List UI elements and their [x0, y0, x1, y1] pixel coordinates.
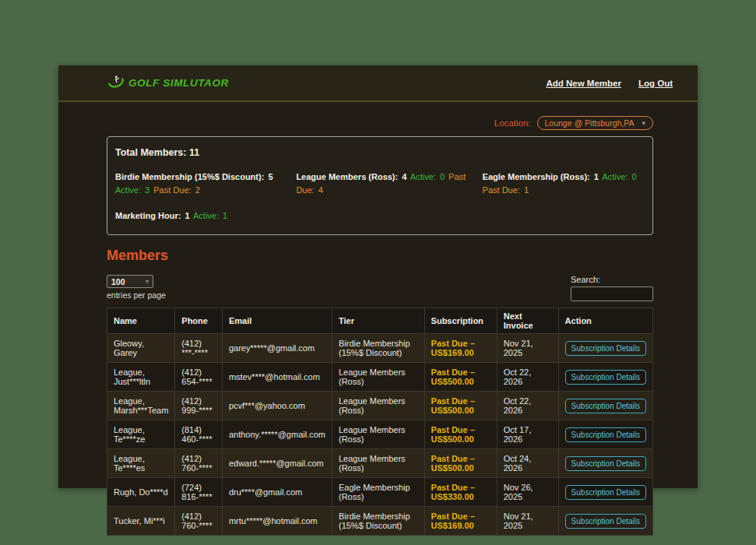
- column-header-name: Name: [107, 308, 175, 334]
- log-out-link[interactable]: Log Out: [638, 79, 673, 88]
- member-email: garey*****@gmail.com: [222, 334, 332, 363]
- total-members-label: Total Members:: [115, 147, 186, 158]
- member-next-invoice: Oct 22, 2026: [497, 392, 558, 420]
- member-subscription: Past Due – US$169.00: [424, 334, 497, 363]
- member-name: Gleowy, Garey: [107, 334, 175, 363]
- subscription-details-button[interactable]: Subscription Details: [565, 427, 646, 442]
- header-nav: Add New Member Log Out: [546, 79, 673, 88]
- entries-per-page: 100 ▾ entries per page: [107, 275, 166, 300]
- location-select-value: Lounge @ Pittsburgh,PA: [545, 118, 635, 128]
- table-row: League, Te****ze (814) 460-**** anthony.…: [107, 420, 653, 449]
- member-next-invoice: Nov 26, 2025: [497, 478, 558, 507]
- search-label: Search:: [571, 275, 600, 284]
- logo: GOLF SIMLUTAOR: [107, 73, 229, 93]
- column-header-phone: Phone: [175, 308, 223, 334]
- member-name: League, Te****ze: [107, 420, 175, 449]
- column-header-subscription: Subscription: [424, 308, 497, 334]
- entries-per-page-label: entries per page: [107, 290, 166, 300]
- member-tier: Eagle Membership (Ross): [332, 478, 424, 507]
- member-subscription: Past Due – US$169.00: [424, 507, 497, 536]
- subscription-details-button[interactable]: Subscription Details: [565, 456, 646, 471]
- content-area: Location: Lounge @ Pittsburgh,PA ▾ Total…: [58, 102, 698, 536]
- column-header-email: Email: [222, 308, 332, 334]
- column-header-next-invoice: Next Invoice: [497, 308, 558, 334]
- members-table: Name Phone Email Tier Subscription Next …: [107, 308, 653, 536]
- member-name: League, Just***ltln: [107, 363, 175, 392]
- member-name: Rugh, Do****d: [107, 478, 175, 507]
- member-email: anthony.*****@gmail.com: [222, 420, 332, 449]
- member-tier: League Members (Ross): [332, 449, 424, 478]
- member-phone: (412) 654-****: [175, 363, 223, 392]
- add-new-member-link[interactable]: Add New Member: [546, 79, 621, 88]
- member-email: pcvf***@yahoo.com: [222, 392, 332, 420]
- logo-text: GOLF SIMLUTAOR: [128, 77, 229, 89]
- chevron-down-icon: ▾: [642, 120, 645, 127]
- entries-per-page-select[interactable]: 100 ▾: [107, 275, 153, 288]
- member-next-invoice: Oct 17, 2026: [497, 420, 558, 449]
- subscription-details-button[interactable]: Subscription Details: [565, 341, 646, 356]
- total-members-value: 11: [189, 147, 199, 158]
- membership-stats-box: Total Members: 11 Birdie Membership (15%…: [107, 136, 653, 235]
- member-email: edward.*****@gmail.com: [222, 449, 332, 478]
- members-title: Members: [107, 248, 653, 264]
- stat-birdie-membership: Birdie Membership (15%$ Discount): 5 Act…: [115, 171, 290, 197]
- column-header-action: Action: [558, 308, 652, 334]
- location-select[interactable]: Lounge @ Pittsburgh,PA ▾: [537, 116, 653, 130]
- member-subscription: Past Due – US$500.00: [424, 420, 497, 449]
- app-header: GOLF SIMLUTAOR Add New Member Log Out: [58, 65, 698, 102]
- member-next-invoice: Nov 21, 2025: [497, 334, 558, 363]
- chevron-down-icon: ▾: [146, 278, 149, 285]
- member-phone: (412) 760-****: [175, 507, 223, 536]
- member-subscription: Past Due – US$500.00: [424, 392, 497, 420]
- member-tier: League Members (Ross): [332, 420, 424, 449]
- member-next-invoice: Nov 21, 2025: [497, 507, 558, 536]
- subscription-details-button[interactable]: Subscription Details: [565, 514, 646, 529]
- table-row: Rugh, Do****d (724) 816-**** dru****@gma…: [107, 478, 653, 507]
- member-tier: League Members (Ross): [332, 392, 424, 420]
- member-phone: (412) 760-****: [175, 449, 223, 478]
- member-subscription: Past Due – US$330.00: [424, 478, 497, 507]
- member-name: Tucker, Mi***i: [107, 507, 175, 536]
- member-phone: (814) 460-****: [175, 420, 223, 449]
- table-row: Gleowy, Garey (412) ***-**** garey*****@…: [107, 334, 653, 363]
- app-window: GOLF SIMLUTAOR Add New Member Log Out Lo…: [58, 65, 698, 488]
- member-subscription: Past Due – US$500.00: [424, 363, 497, 392]
- member-phone: (724) 816-****: [175, 478, 223, 507]
- stat-marketing-hour: Marketing Hour: 1 Active: 1: [115, 209, 290, 223]
- stat-league-members: League Members (Ross): 4 Active: 0 Past …: [296, 171, 476, 197]
- member-tier: League Members (Ross): [332, 363, 424, 392]
- location-label: Location:: [494, 118, 531, 128]
- table-controls: 100 ▾ entries per page Search:: [107, 275, 653, 301]
- total-members: Total Members: 11: [115, 147, 645, 158]
- location-row: Location: Lounge @ Pittsburgh,PA ▾: [107, 116, 653, 130]
- member-email: mstev****@hotmail.com: [222, 363, 332, 392]
- search-area: Search:: [571, 275, 653, 301]
- column-header-tier: Tier: [332, 308, 424, 334]
- member-email: mrtu*****@hotmail.com: [222, 507, 332, 536]
- search-input[interactable]: [571, 287, 653, 301]
- member-phone: (412) ***-****: [175, 334, 223, 363]
- entries-per-page-value: 100: [111, 277, 125, 287]
- table-row: League, Te****es (412) 760-**** edward.*…: [107, 449, 653, 478]
- subscription-details-button[interactable]: Subscription Details: [565, 485, 646, 500]
- stats-grid: Birdie Membership (15%$ Discount): 5 Act…: [115, 171, 645, 223]
- golf-swing-icon: [107, 73, 124, 93]
- member-tier: Birdie Membership (15%$ Discount): [332, 334, 424, 363]
- member-name: League, Te****es: [107, 449, 175, 478]
- member-phone: (412) 999-****: [175, 392, 223, 420]
- subscription-details-button[interactable]: Subscription Details: [565, 370, 646, 385]
- member-email: dru****@gmail.com: [222, 478, 332, 507]
- subscription-details-button[interactable]: Subscription Details: [565, 399, 646, 413]
- member-next-invoice: Oct 24, 2026: [497, 449, 558, 478]
- member-next-invoice: Oct 22, 2026: [497, 363, 558, 392]
- member-subscription: Past Due – US$500.00: [424, 449, 497, 478]
- member-tier: Birdie Membership (15%$ Discount): [332, 507, 424, 536]
- table-row: League, Just***ltln (412) 654-**** mstev…: [107, 363, 653, 392]
- table-row: Tucker, Mi***i (412) 760-**** mrtu*****@…: [107, 507, 653, 536]
- member-name: League, Marsh***Team: [107, 392, 175, 420]
- stat-eagle-membership: Eagle Membership (Ross): 1 Active: 0 Pas…: [483, 171, 657, 197]
- table-header-row: Name Phone Email Tier Subscription Next …: [107, 308, 653, 334]
- table-row: League, Marsh***Team (412) 999-**** pcvf…: [107, 392, 653, 420]
